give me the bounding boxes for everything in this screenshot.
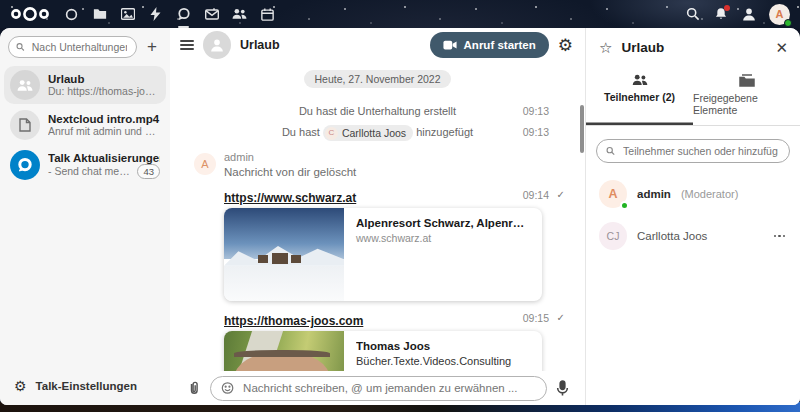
user-avatar[interactable]: A — [769, 4, 790, 25]
conversation-avatar — [203, 31, 231, 59]
favorite-star-icon[interactable]: ☆ — [599, 40, 612, 55]
message-input-field[interactable] — [210, 376, 547, 401]
hamburger-menu-icon[interactable] — [180, 40, 194, 50]
conversation-title: Urlaub — [48, 73, 160, 85]
talk-app-icon[interactable] — [176, 7, 191, 22]
unread-counter-badge: 43 — [137, 164, 160, 179]
message-timestamp: 09:13 — [523, 102, 549, 120]
contacts-menu-icon[interactable] — [741, 6, 757, 22]
attach-file-paperclip-icon[interactable] — [186, 380, 201, 396]
search-icon — [16, 42, 25, 52]
conversation-last-message: - Send chat messages wi... — [48, 165, 133, 177]
message-link-url[interactable]: https://thomas-joos.com — [224, 314, 363, 328]
message-list: Heute, 27. November 2022 Du hast die Unt… — [170, 62, 585, 371]
link-preview-description: Bücher.Texte.Videos.Consulting — [356, 355, 530, 367]
dashboard-icon[interactable] — [64, 7, 79, 22]
conversation-text: Nextcloud intro.mp4 Anruf mit admin und … — [48, 113, 160, 137]
participant-role: (Moderator) — [681, 188, 738, 200]
app-navigation — [64, 7, 275, 22]
participant-avatar: A — [599, 180, 627, 208]
admin-message-body: admin Nachricht von dir gelöscht — [224, 151, 356, 178]
message-link: https://thomas-joos.com 09:15 ✓ — [224, 311, 561, 327]
link-preview-url: www.schwarz.at — [356, 232, 530, 244]
notifications-bell-icon[interactable] — [713, 6, 729, 22]
files-folder-icon[interactable] — [92, 7, 107, 22]
chat-header: Urlaub Anruf starten ⚙ — [170, 28, 585, 62]
link-preview-card-thomas-joos[interactable]: Thomas Joos Bücher.Texte.Videos.Consulti… — [224, 331, 542, 371]
system-message-text: Du hast die Unterhaltung erstellt — [299, 105, 456, 117]
conversation-text: Urlaub Du: https://thomas-joos.com — [48, 73, 160, 97]
search-icon — [606, 146, 615, 156]
photos-icon[interactable] — [120, 7, 135, 22]
talk-settings-button[interactable]: ⚙ Talk-Einstellungen — [0, 369, 170, 405]
online-status-dot — [620, 201, 629, 210]
conversation-last-message: Du: https://thomas-joos.com — [48, 85, 160, 97]
topbar-right: A — [685, 4, 800, 25]
date-separator: Heute, 27. November 2022 — [304, 70, 450, 88]
user-online-status-dot — [784, 19, 792, 27]
participant-search-field[interactable] — [596, 139, 790, 163]
start-call-button[interactable]: Anruf starten — [430, 32, 549, 58]
conversation-search-field[interactable] — [8, 36, 137, 58]
tab-participants[interactable]: Teilnehmer (2) — [586, 69, 693, 125]
participant-avatar: CJ — [599, 222, 627, 250]
message-input-bar — [170, 371, 585, 405]
conversation-item-urlaub[interactable]: Urlaub Du: https://thomas-joos.com — [4, 66, 166, 104]
unified-search-icon[interactable] — [685, 6, 701, 22]
link-preview-title: Thomas Joos — [356, 340, 530, 352]
file-avatar-icon — [10, 110, 40, 140]
details-tabs: Teilnehmer (2) Freigegebene Elemente — [586, 69, 800, 126]
conversation-last-message: Anruf mit admin und 0 Gäste ... — [48, 125, 160, 137]
link-preview-title: Alpenresort Schwarz, Alpenresort Schwarz… — [356, 217, 530, 229]
details-header: ☆ Urlaub ✕ — [586, 28, 800, 59]
notification-dot — [724, 5, 730, 11]
conversation-item-talk-updates[interactable]: Talk Aktualisierungen ✓ - Send chat mess… — [4, 146, 166, 184]
participant-avatar-letters: CJ — [607, 230, 620, 242]
shared-items-icon — [739, 74, 755, 87]
participant-name: admin — [637, 188, 671, 200]
talk-window: + Urlaub Du: https://thomas-joos.com Nex… — [0, 28, 800, 405]
sent-check-icon: ✓ — [557, 189, 565, 200]
user-mention-chip[interactable]: C Carllotta Joos — [323, 125, 413, 141]
conversation-search-row: + — [0, 28, 170, 65]
nextcloud-logo[interactable] — [10, 6, 50, 22]
mention-name: Carllotta Joos — [342, 124, 406, 142]
gear-icon: ⚙ — [14, 379, 27, 393]
message-timestamp: 09:15 — [523, 312, 549, 324]
participant-row-admin[interactable]: A admin (Moderator) — [586, 173, 800, 215]
message-link-url[interactable]: https://www.schwarz.at — [224, 191, 356, 205]
conversation-title: Nextcloud intro.mp4 — [48, 113, 160, 125]
activity-icon[interactable] — [148, 7, 163, 22]
topbar: A — [0, 0, 800, 28]
conversation-settings-gear-icon[interactable]: ⚙ — [558, 37, 573, 54]
deleted-message-text: Nachricht von dir gelöscht — [224, 166, 356, 178]
system-message: Du hast die Unterhaltung erstellt 09:13 — [194, 102, 561, 120]
video-camera-icon — [443, 40, 457, 50]
talk-settings-label: Talk-Einstellungen — [36, 380, 137, 392]
conversation-search-input[interactable] — [30, 40, 129, 54]
calendar-icon[interactable] — [260, 7, 275, 22]
sent-check-icon: ✓ — [557, 312, 565, 323]
participant-row-carllotta[interactable]: CJ Carllotta Joos — [586, 215, 800, 257]
conversation-details-sidebar: ☆ Urlaub ✕ Teilnehmer (2) Freigegebene E… — [585, 28, 800, 405]
message-timestamp: 09:13 — [523, 123, 549, 141]
participant-name: Carllotta Joos — [637, 230, 707, 242]
conversation-item-nextcloud-intro[interactable]: Nextcloud intro.mp4 Anruf mit admin und … — [4, 106, 166, 144]
message-text-input[interactable] — [241, 381, 536, 395]
more-options-icon[interactable] — [772, 231, 788, 242]
link-preview-image-mountains — [224, 208, 344, 301]
contacts-icon[interactable] — [232, 7, 247, 22]
mail-icon[interactable] — [204, 7, 219, 22]
emoji-smiley-icon[interactable] — [221, 381, 234, 395]
new-conversation-button[interactable]: + — [142, 37, 162, 57]
details-title: Urlaub — [621, 40, 664, 55]
close-icon[interactable]: ✕ — [775, 40, 788, 55]
participant-search-input[interactable] — [621, 144, 780, 158]
voice-record-microphone-icon[interactable] — [556, 380, 569, 397]
message-timestamp: 09:14 — [523, 189, 549, 201]
link-preview-body: Thomas Joos Bücher.Texte.Videos.Consulti… — [344, 331, 542, 371]
link-preview-card-schwarz[interactable]: Alpenresort Schwarz, Alpenresort Schwarz… — [224, 208, 542, 301]
conversation-text: Talk Aktualisierungen ✓ - Send chat mess… — [48, 152, 160, 179]
chat-scrollbar[interactable] — [580, 105, 584, 153]
tab-shared-items[interactable]: Freigegebene Elemente — [693, 69, 800, 125]
